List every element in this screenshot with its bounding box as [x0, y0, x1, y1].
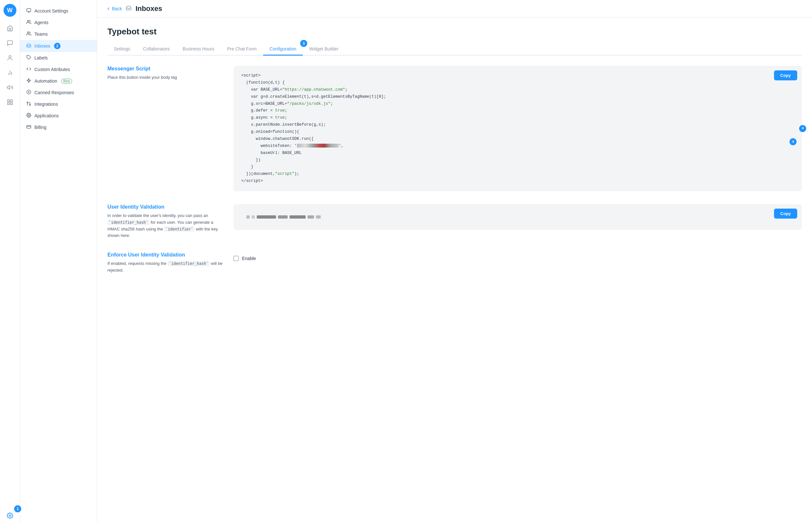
- messenger-script-title: Messenger Script: [108, 66, 223, 72]
- svg-rect-5: [7, 100, 9, 102]
- messenger-script-desc: Place this button inside your body tag: [108, 74, 223, 81]
- svg-point-21: [27, 102, 28, 103]
- enable-checkbox[interactable]: [234, 256, 239, 261]
- sidebar: Account Settings Agents Teams Inboxes 2 …: [20, 0, 97, 522]
- svg-rect-8: [7, 103, 9, 105]
- enforce-identity-title: Enforce User Identity Validation: [108, 252, 223, 258]
- svg-point-13: [27, 20, 29, 22]
- sidebar-item-canned-responses[interactable]: Canned Responses: [20, 87, 97, 98]
- tab-configuration[interactable]: Configuration 3: [263, 43, 303, 56]
- sidebar-item-custom-attributes[interactable]: Custom Attributes: [20, 64, 97, 75]
- back-button[interactable]: Back: [106, 6, 122, 11]
- user-identity-info: User Identity Validation In order to val…: [108, 204, 223, 239]
- sidebar-item-automation[interactable]: Automation Beta: [20, 75, 97, 87]
- labels-icon: [26, 55, 31, 61]
- svg-rect-6: [10, 100, 12, 102]
- step-badge-3: 3: [300, 40, 307, 47]
- svg-point-23: [28, 115, 30, 116]
- sidebar-item-billing[interactable]: Billing: [20, 121, 97, 133]
- svg-point-14: [27, 32, 29, 34]
- enable-label: Enable: [242, 256, 256, 261]
- tab-widget-builder[interactable]: Widget Builder: [303, 43, 345, 56]
- content-area: Typebot test Settings Collaborators Busi…: [97, 18, 812, 522]
- home-icon[interactable]: [3, 22, 16, 35]
- teams-icon: [26, 31, 31, 37]
- sidebar-item-agents[interactable]: Agents: [20, 17, 97, 28]
- applications-icon: [26, 113, 31, 119]
- custom-attributes-icon: [26, 66, 31, 72]
- enforce-identity-control: Enable: [234, 252, 802, 261]
- contacts-icon[interactable]: [3, 52, 16, 64]
- beta-badge: Beta: [61, 79, 72, 84]
- tab-business-hours[interactable]: Business Hours: [176, 43, 221, 56]
- inboxes-icon: [26, 43, 31, 49]
- svg-rect-7: [10, 103, 12, 105]
- sidebar-label: Agents: [34, 20, 49, 25]
- sidebar-label: Labels: [34, 55, 47, 60]
- copy-identity-button[interactable]: Copy: [774, 208, 797, 219]
- inboxes-badge: 2: [54, 43, 60, 49]
- svg-rect-10: [27, 9, 31, 12]
- svg-marker-4: [7, 85, 9, 89]
- user-identity-section: User Identity Validation In order to val…: [108, 204, 802, 239]
- agents-icon: [26, 20, 31, 25]
- app-logo: W: [3, 4, 16, 17]
- sidebar-item-account-settings[interactable]: Account Settings: [20, 5, 97, 17]
- sidebar-item-integrations[interactable]: Integrations: [20, 98, 97, 110]
- icon-rail: W 1: [0, 0, 20, 522]
- tabs: Settings Collaborators Business Hours Pr…: [108, 43, 802, 56]
- chat-icon[interactable]: [3, 37, 16, 49]
- enforce-identity-section: Enforce User Identity Validation If enab…: [108, 252, 802, 274]
- tab-collaborators[interactable]: Collaborators: [137, 43, 176, 56]
- inbox-topbar-icon: [126, 5, 132, 13]
- sidebar-item-teams[interactable]: Teams: [20, 28, 97, 40]
- page-header-title: Inboxes: [135, 4, 162, 13]
- identity-token-display: [241, 211, 326, 223]
- svg-point-0: [9, 56, 11, 58]
- messenger-script-code: Copy <script> (function(d,t) { var BASE_…: [234, 66, 802, 191]
- enable-checkbox-row: Enable: [234, 256, 256, 261]
- step-badge-1: 1: [14, 505, 21, 513]
- user-identity-desc: In order to validate the user's identity…: [108, 213, 223, 239]
- sidebar-label: Account Settings: [34, 8, 68, 14]
- automation-icon: [26, 78, 31, 84]
- sidebar-label: Integrations: [34, 102, 58, 107]
- billing-icon: [26, 124, 31, 130]
- svg-point-9: [9, 515, 11, 517]
- inbox-name-title: Typebot test: [108, 27, 802, 37]
- sidebar-label: Applications: [34, 113, 59, 118]
- sidebar-label: Billing: [34, 125, 46, 130]
- messenger-script-info: Messenger Script Place this button insid…: [108, 66, 223, 81]
- svg-rect-24: [27, 125, 31, 128]
- svg-marker-16: [27, 78, 31, 83]
- enforce-identity-info: Enforce User Identity Validation If enab…: [108, 252, 223, 274]
- user-identity-title: User Identity Validation: [108, 204, 223, 210]
- settings-icon[interactable]: [3, 509, 16, 522]
- step-badge-4: 4: [790, 138, 796, 145]
- campaigns-icon[interactable]: [3, 81, 16, 94]
- copy-script-button[interactable]: Copy: [774, 71, 797, 80]
- integrations-icon: [26, 101, 31, 107]
- messenger-script-section: Messenger Script Place this button insid…: [108, 66, 802, 191]
- svg-point-20: [29, 104, 31, 105]
- tab-settings[interactable]: Settings: [108, 43, 137, 56]
- tab-pre-chat-form[interactable]: Pre Chat Form: [221, 43, 263, 56]
- reports-icon[interactable]: [3, 66, 16, 79]
- enforce-identity-desc: If enabled, requests missing the `identi…: [108, 260, 223, 274]
- sidebar-label: Automation: [34, 78, 57, 84]
- sidebar-label: Inboxes: [34, 43, 50, 48]
- analytics-icon[interactable]: [3, 96, 16, 109]
- main-content: Back Inboxes Typebot test Settings Colla…: [97, 0, 812, 522]
- sidebar-label: Custom Attributes: [34, 67, 70, 72]
- sidebar-label: Canned Responses: [34, 90, 74, 95]
- sidebar-label: Teams: [34, 32, 47, 37]
- sidebar-item-labels[interactable]: Labels: [20, 52, 97, 64]
- canned-responses-icon: [26, 90, 31, 96]
- sidebar-item-applications[interactable]: Applications: [20, 110, 97, 121]
- account-settings-icon: [26, 8, 31, 14]
- user-identity-code: Copy: [234, 204, 802, 230]
- sidebar-item-inboxes[interactable]: Inboxes 2: [20, 40, 97, 52]
- code-line: <script> (function(d,t) { var BASE_URL="…: [241, 73, 386, 183]
- topbar: Back Inboxes: [97, 0, 812, 18]
